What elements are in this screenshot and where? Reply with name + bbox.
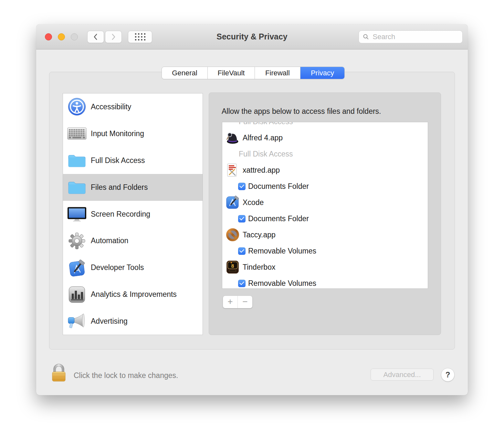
alfred-app-icon	[226, 131, 240, 145]
sidebar-item-label: Automation	[91, 236, 128, 245]
tab-general[interactable]: General	[162, 67, 208, 79]
permission-row: Removable Volumes	[222, 243, 428, 259]
checkbox-checked[interactable]	[238, 280, 246, 287]
folder-icon	[67, 150, 87, 171]
help-button[interactable]: ?	[441, 368, 455, 382]
permission-label: Removable Volumes	[248, 279, 316, 288]
permission-row: Removable Volumes	[222, 275, 428, 289]
search-input[interactable]	[372, 32, 458, 41]
app-row-alfred[interactable]: Alfred 4.app	[222, 130, 428, 146]
taccy-app-icon	[226, 228, 240, 242]
tinderbox-app-icon: 8	[226, 260, 240, 274]
sidebar-item-label: Analytics & Improvements	[91, 290, 177, 299]
app-permission-list[interactable]: Full Disk Access Alfred 4.app	[222, 122, 428, 289]
section-header: Full Disk Access	[222, 146, 428, 162]
sidebar-item-screen-recording[interactable]: Screen Recording	[63, 201, 203, 228]
lock-hint-text: Click the lock to make changes.	[74, 371, 178, 380]
app-row-tinderbox[interactable]: 8 Tinderbox	[222, 259, 428, 275]
sidebar-item-analytics[interactable]: Analytics & Improvements	[63, 281, 203, 308]
tab-privacy[interactable]: Privacy	[300, 67, 344, 79]
sidebar-item-accessibility[interactable]: Accessibility	[63, 93, 203, 120]
checkbox-checked[interactable]	[238, 183, 246, 190]
titlebar[interactable]: Security & Privacy	[36, 24, 468, 49]
tab-bar: General FileVault Firewall Privacy	[162, 67, 345, 79]
chevron-right-icon	[110, 32, 117, 41]
privacy-panel: Accessibility Input Monitorin	[49, 72, 455, 350]
sidebar-item-label: Files and Folders	[91, 183, 148, 192]
sidebar-item-input-monitoring[interactable]: Input Monitoring	[63, 120, 203, 147]
app-name: Alfred 4.app	[243, 134, 283, 142]
add-remove-control: + −	[223, 296, 252, 308]
sidebar-item-advertising[interactable]: Advertising	[63, 308, 203, 335]
back-button[interactable]	[87, 31, 104, 43]
section-label: Full Disk Access	[239, 122, 293, 126]
svg-text:8: 8	[231, 263, 234, 269]
bar-chart-icon	[67, 284, 87, 305]
show-all-button[interactable]	[128, 31, 152, 43]
tab-filevault[interactable]: FileVault	[208, 67, 255, 79]
sidebar-item-label: Full Disk Access	[91, 156, 145, 165]
permission-label: Documents Folder	[248, 182, 309, 191]
add-app-button[interactable]: +	[223, 296, 238, 308]
forward-button[interactable]	[105, 31, 122, 43]
sidebar-item-label: Developer Tools	[91, 263, 144, 272]
security-privacy-window: Security & Privacy General FileVault Fir…	[36, 24, 468, 395]
lock-icon[interactable]	[51, 363, 66, 384]
pane-heading: Allow the apps below to access files and…	[222, 107, 381, 116]
megaphone-icon	[67, 311, 87, 332]
app-row-taccy[interactable]: Taccy.app	[222, 227, 428, 243]
close-button[interactable]	[45, 33, 52, 40]
search-icon	[363, 33, 369, 40]
app-name: Tinderbox	[243, 263, 275, 272]
section-header-clipped: Full Disk Access	[222, 122, 428, 130]
advanced-button[interactable]: Advanced...	[371, 369, 434, 381]
checkbox-checked[interactable]	[238, 247, 246, 255]
permission-label: Documents Folder	[248, 214, 309, 223]
developer-tools-icon	[67, 257, 87, 278]
checkbox-checked[interactable]	[238, 215, 246, 222]
chevron-left-icon	[92, 32, 99, 41]
sidebar-item-developer-tools[interactable]: Developer Tools	[63, 254, 203, 281]
files-and-folders-pane: Allow the apps below to access files and…	[209, 92, 441, 335]
privacy-category-list: Accessibility Input Monitorin	[63, 93, 203, 335]
sidebar-item-files-and-folders[interactable]: Files and Folders	[63, 174, 203, 201]
sidebar-item-label: Accessibility	[91, 103, 131, 111]
gear-icon	[67, 231, 87, 251]
app-name: xattred.app	[243, 166, 280, 175]
xcode-app-icon	[226, 195, 240, 210]
sidebar-item-label: Input Monitoring	[91, 129, 144, 138]
question-mark-icon: ?	[446, 370, 450, 379]
app-grid-icon	[134, 33, 146, 41]
app-row-xcode[interactable]: Xcode	[222, 194, 428, 211]
permission-label: Removable Volumes	[248, 247, 316, 255]
xattred-app-icon	[226, 163, 240, 177]
app-row-xattred[interactable]: xattred.app	[222, 162, 428, 178]
sidebar-item-full-disk-access[interactable]: Full Disk Access	[63, 147, 203, 174]
zoom-button[interactable]	[71, 33, 78, 40]
tab-firewall[interactable]: Firewall	[255, 67, 300, 79]
accessibility-icon	[67, 96, 87, 117]
search-field[interactable]	[359, 30, 463, 43]
window-controls	[45, 33, 78, 40]
permission-row: Documents Folder	[222, 211, 428, 227]
permission-row: Documents Folder	[222, 178, 428, 194]
sidebar-item-label: Advertising	[91, 317, 128, 326]
app-name: Xcode	[243, 198, 264, 207]
section-label: Full Disk Access	[239, 150, 293, 158]
folder-icon	[67, 177, 87, 198]
display-icon	[67, 204, 87, 224]
sidebar-item-label: Screen Recording	[91, 210, 150, 219]
minimize-button[interactable]	[58, 33, 65, 40]
sidebar-item-automation[interactable]: Automation	[63, 227, 203, 254]
keyboard-icon	[67, 123, 87, 144]
app-name: Taccy.app	[243, 231, 276, 239]
remove-app-button[interactable]: −	[238, 296, 252, 308]
